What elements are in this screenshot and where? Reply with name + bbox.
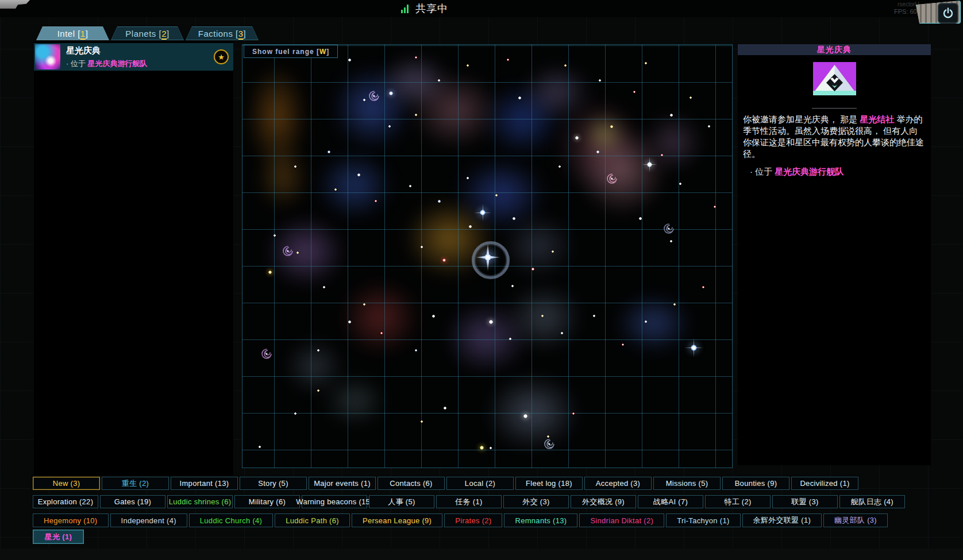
filter-button[interactable]: Exploration (22) [33, 495, 98, 508]
map-star [389, 91, 393, 95]
filter-button[interactable]: Warning beacons (15) [302, 495, 367, 508]
filter-button[interactable]: Bounties (9) [722, 477, 789, 490]
location-prefix: · 位于 [750, 167, 772, 176]
tab-label-close: ] [86, 29, 88, 38]
show-fuel-range-button[interactable]: Show fuel range [W] [244, 45, 338, 58]
nebula-cloud [602, 283, 705, 364]
filter-button[interactable]: 余辉外交联盟 (1) [742, 513, 822, 527]
filter-row-2: Exploration (22)Gates (19)Luddic shrines… [33, 495, 905, 508]
map-star [558, 165, 561, 168]
faction-link[interactable]: 星光结社 [860, 114, 894, 124]
filter-button[interactable]: Story (5) [240, 477, 307, 490]
intel-list-item[interactable]: 星光庆典 · 位于 星光庆典游行舰队 ★ [34, 43, 233, 71]
filter-button[interactable]: Remnants (13) [504, 513, 577, 527]
intel-item-text: 星光庆典 · 位于 星光庆典游行舰队 [66, 45, 214, 69]
map-star [523, 414, 527, 418]
map-star [415, 349, 417, 352]
filter-button[interactable]: Sindrian Diktat (2) [579, 513, 664, 527]
filter-row-4: 星光 (1) [33, 530, 84, 544]
description-text: 你被邀请参加星光庆典， 那是 [743, 114, 860, 124]
filter-button[interactable]: Military (6) [234, 495, 300, 508]
filter-button[interactable]: Accepted (3) [584, 477, 652, 490]
filter-button[interactable]: Tri-Tachyon (1) [666, 513, 740, 527]
tab-intel[interactable]: Intel [1] [36, 26, 109, 40]
filter-button[interactable]: 舰队日志 (4) [839, 495, 905, 508]
filter-button[interactable]: Contacts (6) [378, 477, 445, 490]
sharing-status: 共享中 [401, 2, 448, 16]
filter-button[interactable]: 任务 (1) [436, 495, 502, 508]
map-star [415, 114, 417, 116]
map-star [511, 285, 514, 287]
filter-button[interactable]: Independent (4) [110, 513, 187, 527]
sharing-label: 共享中 [415, 2, 448, 16]
filter-button[interactable]: Missions (5) [653, 477, 721, 490]
map-star [661, 154, 663, 156]
overlay-text: rsectorU [897, 1, 919, 7]
map-star [518, 96, 521, 99]
filter-button[interactable]: Persean League (9) [352, 513, 442, 527]
faction-flag [813, 62, 856, 95]
filter-button[interactable]: 联盟 (3) [772, 495, 838, 508]
map-star [467, 64, 469, 67]
map-star [357, 173, 360, 176]
filter-row-3: Hegemony (10)Independent (4)Luddic Churc… [33, 513, 888, 527]
filter-button[interactable]: 人事 (5) [369, 495, 434, 508]
map-star [363, 99, 365, 101]
map-star [467, 177, 469, 179]
map-star [438, 79, 440, 82]
filter-button[interactable]: Hegemony (10) [33, 513, 109, 527]
filter-button[interactable]: Pirates (2) [444, 513, 502, 527]
fuel-button-hotkey: W [319, 48, 326, 56]
filter-button[interactable]: 战略AI (7) [638, 495, 703, 508]
map-star [432, 315, 435, 318]
filter-button[interactable]: Luddic shrines (6) [167, 495, 233, 508]
filter-button[interactable]: 星光 (1) [33, 530, 84, 544]
nebula-cloud [579, 108, 630, 160]
intel-item-location: · 位于 星光庆典游行舰队 [66, 59, 214, 69]
map-star [444, 407, 446, 410]
tab-factions[interactable]: Factions [3] [186, 26, 259, 40]
map-star [708, 125, 710, 128]
map-star [409, 185, 411, 187]
filter-button[interactable]: 外交概况 (9) [571, 495, 636, 508]
detail-location: · 位于 星光庆典游行舰队 [750, 167, 926, 177]
map-star [421, 420, 423, 423]
map-star [596, 150, 599, 153]
fps-counter: FPS: 60, [894, 8, 919, 15]
main-tab-bar: Intel [1] Planets [2] Factions [3] [36, 26, 259, 40]
filter-button[interactable]: 特工 (2) [705, 495, 771, 508]
filter-button[interactable]: 幽灵部队 (3) [823, 513, 888, 527]
filter-button[interactable]: 外交 (3) [503, 495, 569, 508]
power-icon [942, 7, 954, 19]
player-star-core [484, 254, 491, 261]
intel-item-title: 星光庆典 [66, 45, 214, 56]
filter-button[interactable]: Local (2) [446, 477, 514, 490]
filter-button[interactable]: Fleet log (18) [515, 477, 583, 490]
spiral-galaxy-icon [542, 437, 556, 451]
location-link[interactable]: 星光庆典游行舰队 [88, 59, 148, 68]
filter-button[interactable]: 重生 (2) [102, 477, 169, 490]
tab-planets[interactable]: Planets [2] [111, 26, 184, 40]
location-link[interactable]: 星光庆典游行舰队 [775, 167, 843, 176]
map-star [645, 320, 647, 323]
map-star [670, 114, 673, 117]
filter-button[interactable]: Major events (1) [309, 477, 376, 490]
filter-button[interactable]: Luddic Church (4) [189, 513, 273, 527]
filter-button[interactable]: Decivilized (1) [791, 477, 858, 490]
important-star-icon[interactable]: ★ [214, 49, 229, 64]
map-star [645, 62, 647, 64]
filter-button[interactable]: Gates (19) [100, 495, 165, 508]
map-star [541, 315, 544, 317]
tab-label: Planets [ [125, 29, 161, 38]
filter-button[interactable]: New (3) [33, 477, 100, 490]
map-star [670, 240, 672, 242]
map-star [639, 217, 642, 220]
filter-button[interactable]: Important (13) [171, 477, 238, 490]
filter-button[interactable]: Luddic Path (6) [275, 513, 350, 527]
power-button[interactable] [938, 3, 958, 24]
map-star [442, 258, 446, 262]
tab-hotkey: 3 [238, 29, 244, 38]
starmap[interactable]: Show fuel range [W] [242, 44, 733, 468]
map-star [575, 136, 579, 140]
bottom-strip [0, 549, 963, 560]
